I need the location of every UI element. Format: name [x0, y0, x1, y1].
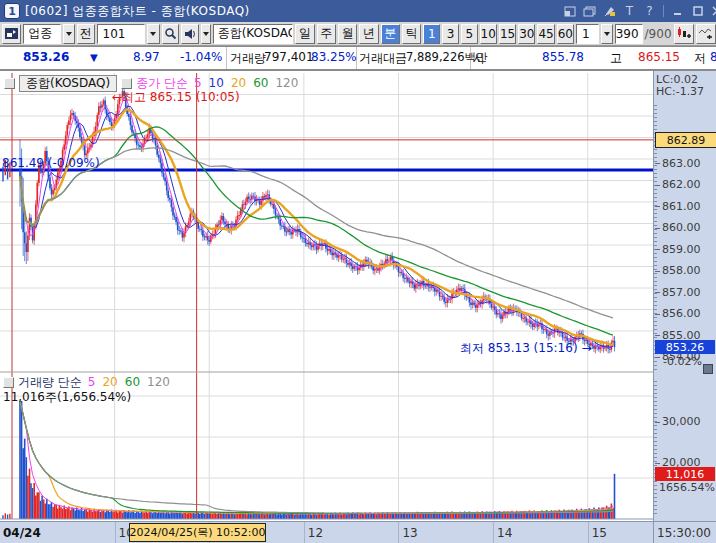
sound-button[interactable]: [181, 24, 199, 44]
price-tick-label: 857.00: [655, 286, 701, 299]
search-button[interactable]: [162, 24, 180, 44]
unit-dropdown-arrow[interactable]: [601, 24, 613, 44]
hour-tick-line: [115, 522, 116, 543]
text-tool-icon[interactable]: T: [623, 5, 636, 17]
price-segment: 853.26 ▼ 8.97 -1.04%: [0, 47, 227, 69]
axis-divider: [653, 522, 654, 543]
pane-settings-icon[interactable]: [121, 78, 132, 89]
period-year-button[interactable]: 년: [359, 24, 378, 44]
title-bar[interactable]: 1 [0602] 업종종합차트 - 종합(KOSDAQ) T ?: [0, 0, 716, 22]
price-pane-legend: 종합(KOSDAQ) 종가 단순5102060120: [4, 75, 305, 92]
pane-collapse-icon[interactable]: [3, 377, 14, 388]
period-week-button[interactable]: 주: [317, 24, 336, 44]
trading-app-window: 1 [0602] 업종종합차트 - 종합(KOSDAQ) T ? 업종 전: [0, 0, 716, 543]
price-tick-label: 856.00: [655, 307, 701, 320]
value-segment: 거래대금 7,889,226백만: [356, 47, 471, 69]
unit-select[interactable]: 1: [576, 24, 599, 44]
price-change: 8.97: [133, 50, 160, 64]
symbol-field[interactable]: 종합(KOSDAQ): [213, 24, 294, 44]
code-input[interactable]: 101: [97, 24, 146, 44]
ma-legend-item: 20: [102, 375, 117, 389]
chart-canvas[interactable]: [0, 71, 653, 521]
trendline-add-icon: [698, 27, 713, 41]
current-volume-pct: 1656.54%: [659, 481, 715, 494]
time-axis[interactable]: 04/24 101112131415 2024/04/25(목) 10:52:0…: [0, 521, 716, 543]
hour-tick-line: [304, 522, 305, 543]
low-label: 저: [694, 50, 706, 67]
minimize-button[interactable]: [671, 5, 684, 17]
interval-5-button[interactable]: 5: [461, 24, 478, 44]
volume-value: 797,401: [264, 50, 314, 64]
ma-legend-prefix: 종가 단순: [136, 76, 188, 90]
hour-tick-line: [588, 522, 589, 543]
pin-lock-icon[interactable]: [603, 5, 616, 17]
candle-add-icon: [676, 27, 691, 41]
price-axis[interactable]: LC:0.02 HC:-1.37 864.00863.00862.00861.0…: [653, 71, 716, 521]
sound-dropdown-arrow[interactable]: [201, 24, 211, 44]
crosshair-time-box: 2024/04/25(목) 10:52:00: [129, 523, 266, 542]
ma-legend-item: 20: [231, 76, 246, 90]
bar-max-label: /900: [645, 27, 672, 41]
interval-1-button[interactable]: 1: [423, 24, 440, 44]
prev-close-annotation: 861.49 (-0.09%): [2, 156, 100, 170]
down-arrow-icon: ▼: [90, 52, 98, 63]
cascade-windows-icon[interactable]: [583, 5, 596, 17]
close-time-label: 15:30:00: [657, 526, 711, 540]
period-day-button[interactable]: 일: [295, 24, 314, 44]
ohl-segment: 시 855.78 고 865.15 저 853.13: [470, 47, 716, 69]
titlebar-separator: [663, 5, 664, 17]
all-button[interactable]: 전: [77, 24, 95, 44]
hour-tick-label: 12: [308, 526, 323, 540]
code-dropdown-arrow[interactable]: [147, 24, 159, 44]
interval-3-button[interactable]: 3: [442, 24, 459, 44]
maximize-button[interactable]: [691, 5, 704, 17]
period-minute-button[interactable]: 분: [381, 24, 400, 44]
chevron-down-icon: [66, 32, 72, 36]
trendline-add-button[interactable]: [696, 24, 716, 44]
ma-legend-item: 10: [209, 76, 224, 90]
chart-area: 종합(KOSDAQ) 종가 단순5102060120 ←최고 865.15 (1…: [0, 70, 716, 543]
period-month-button[interactable]: 월: [338, 24, 357, 44]
price-change-pct: -1.04%: [180, 50, 222, 64]
dock-window-icon[interactable]: [563, 5, 576, 17]
volume-label: 거래량: [230, 50, 266, 67]
price-tick-label: 860.00: [655, 221, 701, 234]
pane-collapse-icon[interactable]: [4, 78, 15, 89]
interval-45-button[interactable]: 45: [537, 24, 554, 44]
symbol-chip-button[interactable]: 종합(KOSDAQ): [19, 75, 117, 92]
ma-legend-prefix: 거래량 단순: [18, 375, 82, 389]
ma-legend: 종가 단순5102060120: [136, 75, 305, 92]
candle-add-button[interactable]: [674, 24, 694, 44]
ma-legend-item: 60: [125, 375, 140, 389]
close-button[interactable]: [711, 5, 716, 17]
category-select[interactable]: 업종: [23, 24, 60, 44]
period-tick-button[interactable]: 틱: [402, 24, 421, 44]
current-price-box: 853.26: [655, 340, 715, 354]
high-label: 고: [610, 50, 622, 67]
last-price: 853.26: [23, 50, 69, 64]
help-icon[interactable]: ?: [643, 5, 656, 17]
search-icon: [164, 27, 177, 40]
interval-10-button[interactable]: 10: [480, 24, 497, 44]
hour-tick-line: [398, 522, 399, 543]
window-select-icon[interactable]: [2, 24, 21, 44]
current-volume-box: 11,016: [655, 467, 715, 481]
price-tick-label: 862.00: [655, 178, 701, 191]
volume-pane-legend: 거래량 단순52060120: [3, 374, 177, 391]
interval-30-button[interactable]: 30: [518, 24, 535, 44]
category-dropdown-arrow[interactable]: [63, 24, 75, 44]
price-tick-label: 858.00: [655, 264, 701, 277]
chevron-down-icon: [150, 32, 156, 36]
ma-legend-item: 5: [194, 76, 202, 90]
interval-60-button[interactable]: 60: [557, 24, 574, 44]
interval-15-button[interactable]: 15: [499, 24, 516, 44]
screen-number-badge: 1: [4, 3, 20, 19]
crosshair-price-box: 862.89: [655, 132, 716, 148]
pane-resize-handle[interactable]: [703, 364, 713, 374]
ma-legend-item: 120: [147, 375, 170, 389]
bar-count-field[interactable]: 390: [615, 24, 643, 44]
ma-legend-item: 120: [275, 76, 298, 90]
speaker-icon: [184, 28, 197, 40]
volume-tick-label: 30,000: [655, 415, 701, 428]
open-value: 855.78: [542, 50, 584, 64]
